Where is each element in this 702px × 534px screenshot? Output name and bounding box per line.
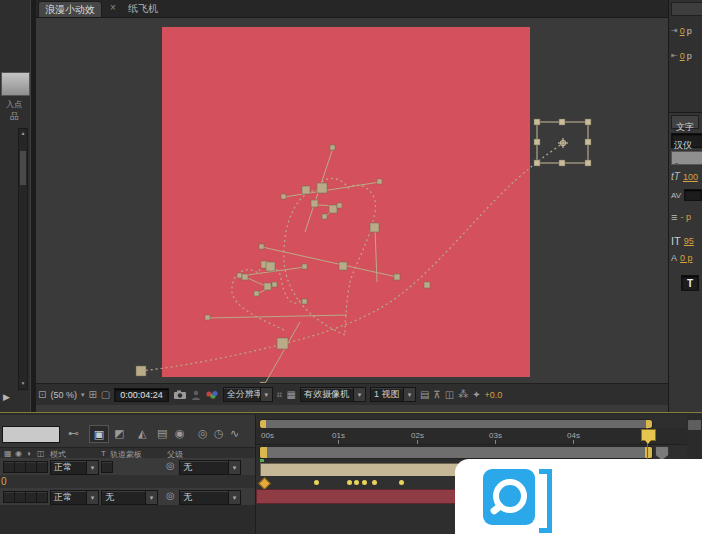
indent-left-value[interactable]: 0 xyxy=(680,26,685,36)
watermark-logo-icon xyxy=(483,469,535,525)
keyframe-selected[interactable] xyxy=(258,477,271,490)
navigator-right-handle[interactable] xyxy=(646,420,652,428)
composition-canvas[interactable] xyxy=(162,27,530,377)
timeline-mini-map-button[interactable] xyxy=(687,419,702,431)
snapshot-camera-icon[interactable] xyxy=(173,390,187,400)
project-thumbnail xyxy=(1,72,30,96)
tab-close-icon[interactable]: × xyxy=(110,2,116,13)
vertical-scale-row: IT 95 xyxy=(671,235,694,247)
lock-switch[interactable] xyxy=(36,491,48,503)
after-effects-window: 入点 品 ▲ ▼ ▶ 浪漫小动效 × 纸飞机 xyxy=(0,0,702,534)
keyframe[interactable] xyxy=(347,480,352,485)
scrollbar-thumb[interactable] xyxy=(20,151,26,185)
viewer-tab-bar: 浪漫小动效 × 纸飞机 xyxy=(36,0,668,18)
transparency-grid-icon[interactable]: ▦ xyxy=(286,389,295,401)
parent-whip-icon[interactable]: ◎ xyxy=(166,490,175,502)
baseline-shift-row: A 0 p xyxy=(671,253,693,263)
navigator-left-handle[interactable] xyxy=(260,420,266,428)
font-style-dropdown[interactable]: - xyxy=(671,151,702,165)
resolution-value: 全分辨率 xyxy=(224,388,260,401)
roi-icon[interactable]: ⌗ xyxy=(277,389,283,401)
zoom-dropdown-icon[interactable]: ▾ xyxy=(81,389,85,401)
indent-right-value[interactable]: 0 xyxy=(680,51,685,61)
mode-dropdown[interactable]: 正常 ▾ xyxy=(50,490,99,505)
character-panel-tab[interactable]: 文字 xyxy=(671,115,699,129)
mode-value: 正常 xyxy=(51,461,86,474)
timeline-search-input[interactable] xyxy=(2,426,60,443)
dropdown-arrow-icon: ▾ xyxy=(86,461,98,474)
faux-bold-button[interactable]: T xyxy=(681,275,699,291)
pixel-aspect-icon[interactable]: ◫ xyxy=(445,389,454,401)
show-snapshot-person-icon[interactable] xyxy=(191,390,201,400)
right-panel-column: ⇥ 0 p ⇤ 0 p 文字 汉仪 - tT 100 AV xyxy=(668,0,702,412)
keyframe[interactable] xyxy=(314,480,319,485)
mode-dropdown[interactable]: 正常 ▾ xyxy=(50,460,99,475)
parent-dropdown[interactable]: 无 ▾ xyxy=(179,460,241,475)
trkmat-box[interactable] xyxy=(101,461,113,473)
play-icon[interactable]: ▶ xyxy=(3,391,10,403)
project-scrollbar[interactable]: ▲ ▼ xyxy=(18,128,28,390)
leading-value[interactable]: - p xyxy=(680,212,691,222)
baseline-shift-value[interactable]: 0 p xyxy=(680,253,693,263)
safe-frames-icon[interactable]: ⊞ xyxy=(88,389,96,401)
comp-flowchart-icon[interactable]: ⊼ xyxy=(433,389,440,401)
watermark xyxy=(455,459,702,534)
resolution-dropdown[interactable]: 全分辨率 ▾ xyxy=(223,387,273,402)
scroll-up-icon[interactable]: ▲ xyxy=(19,129,27,137)
trkmat-dropdown[interactable]: 无 ▾ xyxy=(101,490,158,505)
font-size-value[interactable]: 100 xyxy=(683,172,698,182)
kerning-field[interactable] xyxy=(684,189,702,201)
watermark-bracket-shape xyxy=(539,469,552,533)
graph-editor-icon[interactable]: ∿ xyxy=(230,427,239,439)
column-t-label[interactable]: T xyxy=(101,449,106,458)
layer-row-2-controls: 正常 ▾ 无 ▾ ◎ 无 ▾ xyxy=(0,488,255,505)
shy-layers-icon[interactable]: ◭ xyxy=(138,427,146,439)
flowchart-view-icon[interactable]: ⁂ xyxy=(458,389,468,401)
fast-preview-icon[interactable]: ✦ xyxy=(472,389,480,401)
frame-blend-icon[interactable]: ▤ xyxy=(157,427,167,439)
zoom-level[interactable]: (50 %) xyxy=(50,390,77,400)
font-family-dropdown[interactable]: 汉仪 xyxy=(671,133,702,148)
ruler-label: 02s xyxy=(411,431,424,440)
indent-right-unit: p xyxy=(687,51,692,61)
timecode-display[interactable]: 0:00:04:24 xyxy=(114,388,169,402)
time-ruler[interactable]: 00s 01s 02s 03s 04s xyxy=(256,428,687,445)
tab-composition-inactive[interactable]: 纸飞机 xyxy=(122,2,164,16)
keyframe[interactable] xyxy=(354,480,359,485)
keyframe[interactable] xyxy=(399,480,404,485)
current-time-fragment[interactable]: 0 xyxy=(1,476,7,487)
dropdown-arrow-icon: ▾ xyxy=(260,388,272,401)
comp-marker-bin-icon[interactable] xyxy=(655,446,669,460)
indent-left-icon: ⇥ xyxy=(671,25,678,37)
in-point-tick xyxy=(260,459,264,462)
parent-whip-icon[interactable]: ◎ xyxy=(166,460,175,472)
vertical-scale-value[interactable]: 95 xyxy=(684,236,694,246)
tab-composition-active[interactable]: 浪漫小动效 xyxy=(38,1,102,17)
mini-flowchart-icon[interactable]: ⊷ xyxy=(68,427,79,439)
marching-ants-icon[interactable]: ▢ xyxy=(101,389,110,401)
scroll-down-icon[interactable]: ▼ xyxy=(19,379,27,387)
lock-switch[interactable] xyxy=(36,461,48,473)
dropdown-arrow-icon: ▾ xyxy=(403,388,415,401)
parent-dropdown[interactable]: 无 ▾ xyxy=(179,490,241,505)
work-area-bar[interactable] xyxy=(259,446,653,459)
brainstorm-icon[interactable]: ◎ xyxy=(198,427,208,439)
keyframe[interactable] xyxy=(372,480,377,485)
keyframe[interactable] xyxy=(362,480,367,485)
region-icon[interactable]: ⊡ xyxy=(38,389,46,401)
ruler-label: 03s xyxy=(489,431,502,440)
timeline-button-icon[interactable]: ▤ xyxy=(420,389,429,401)
indent-left-unit: p xyxy=(687,26,692,36)
exposure-value[interactable]: +0.0 xyxy=(485,390,503,400)
panel-header-buttons[interactable] xyxy=(671,2,702,16)
rgb-channels-icon[interactable] xyxy=(205,390,219,400)
camera-dropdown[interactable]: 有效摄像机 ▾ xyxy=(300,387,366,402)
motion-blur-icon[interactable]: ◉ xyxy=(175,427,185,439)
anchor-point-icon xyxy=(558,138,568,148)
view-layout-dropdown[interactable]: 1 视图 ▾ xyxy=(370,387,416,402)
flowchart-icon[interactable]: 品 xyxy=(10,110,19,122)
auto-keyframe-icon[interactable]: ◷ xyxy=(214,427,224,439)
work-area-start-handle[interactable] xyxy=(260,447,267,458)
live-update-icon[interactable]: ▣ xyxy=(89,425,109,443)
draft-3d-icon[interactable]: ◩ xyxy=(114,427,124,439)
